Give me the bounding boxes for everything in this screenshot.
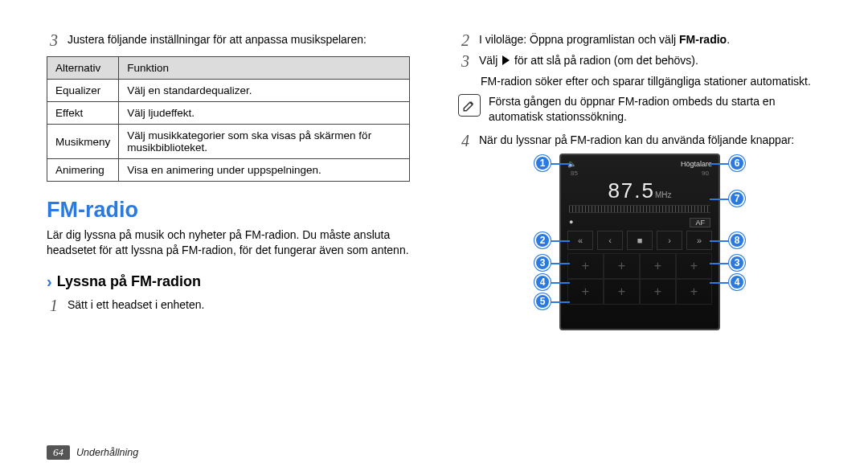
preset-cell: + [567,279,604,305]
right-column: 2 I viloläge: Öppna programlistan och vä… [458,32,821,330]
cell-function: Välj musikkategorier som ska visas på sk… [119,125,410,159]
step-number: 2 [458,32,473,48]
dial-scale [569,205,710,213]
step-3-right: 3 Välj för att slå på radion (om det beh… [458,53,821,69]
page-number: 64 [47,445,70,460]
freq-value: 87.5 [608,178,655,203]
callout-2: 2 [534,232,551,248]
preset-cell: + [640,253,676,279]
step-number: 3 [458,53,473,69]
freq-unit: MHz [655,190,672,199]
leader-line [551,240,570,242]
intro-text: Lär dig lyssna på musik och nyheter på F… [47,227,410,258]
step-2-right: 2 I viloläge: Öppna programlistan och vä… [458,32,821,48]
subheading-listen: › Lyssna på FM-radion [47,272,410,291]
step-text: Välj för att slå på radion (om det behöv… [479,53,821,68]
callout-4-left: 4 [534,274,551,290]
th-function: Funktion [119,57,410,80]
th-option: Alternativ [47,57,119,80]
frequency-display: 87.5MHz [561,178,719,203]
leader-line [551,263,570,264]
table-row: Musikmeny Välj musikkategorier som ska v… [47,125,410,159]
step-number: 4 [458,133,473,149]
step-3-left: 3 Justera följande inställningar för att… [47,32,410,48]
text-post: . [727,33,730,46]
leader-line [710,263,729,264]
af-badge: AF [690,218,710,227]
control-row: « ‹ ■ › » [561,229,719,252]
callout-8: 8 [729,232,745,248]
band-right: 90 [702,170,709,177]
table-row: Equalizer Välj en standardequalizer. [47,80,410,102]
options-table: Alternativ Funktion Equalizer Välj en st… [47,56,410,182]
callout-5: 5 [534,293,551,309]
cell-option: Equalizer [47,80,119,102]
step-text: I viloläge: Öppna programlistan och välj… [479,32,821,47]
cell-option: Effekt [47,102,119,125]
pencil-note-icon [462,98,477,113]
leader-line [551,301,570,303]
cell-option: Musikmeny [47,125,119,159]
footer-section: Underhållning [76,447,138,458]
scan-prev-button: « [567,231,593,250]
callout-7: 7 [729,190,745,207]
stop-button: ■ [627,231,653,250]
radio-device: 🔈 Högtalare 85 90 87.5MHz ● AF « ‹ [559,154,720,330]
step-1-left: 1 Sätt i ett headset i enheten. [47,297,410,313]
leader-line [551,282,570,284]
text-pre: I viloläge: Öppna programlistan och välj [479,33,679,46]
step-4-right: 4 När du lyssnar på FM-radion kan du anv… [458,133,821,149]
step-number: 1 [47,297,61,313]
table-row: Effekt Välj ljudeffekt. [47,102,410,125]
radio-illustration: 🔈 Högtalare 85 90 87.5MHz ● AF « ‹ [531,154,748,330]
preset-cell: + [604,253,640,279]
table-row: Animering Visa en animering under uppspe… [47,159,410,182]
leader-line [551,163,570,165]
text-post: för att slå på radion (om det behövs). [511,54,698,67]
page-footer: 64 Underhållning [47,445,138,460]
note-text: Första gången du öppnar FM-radion ombeds… [489,94,821,125]
note-icon [458,94,481,117]
chevron-icon: › [47,272,52,291]
note-block: Första gången du öppnar FM-radion ombeds… [458,94,821,125]
cell-function: Välj ljudeffekt. [119,102,410,125]
fm-search-text: FM-radion söker efter och sparar tillgän… [481,74,821,89]
subheading-text: Lyssna på FM-radion [57,273,201,290]
callout-6: 6 [729,155,745,171]
cell-option: Animering [47,159,119,182]
preset-cell: + [640,279,676,305]
text-pre: Välj [479,54,501,67]
leader-line [710,240,729,242]
leader-line [710,199,729,200]
leader-line [710,163,729,165]
cell-function: Välj en standardequalizer. [119,80,410,102]
leader-line [710,282,729,284]
text-bold: FM-radio [679,33,727,46]
prev-button: ‹ [597,231,623,250]
preset-grid: + + + + + + + + [567,253,712,305]
output-label: Högtalare [681,160,712,168]
step-text: När du lyssnar på FM-radion kan du använ… [479,133,821,148]
callout-1: 1 [534,155,551,171]
record-icon: ● [569,218,573,227]
scan-next-button: » [686,231,712,250]
step-text: Sätt i ett headset i enheten. [68,297,410,313]
play-icon [502,55,510,65]
cell-function: Visa en animering under uppspelningen. [119,159,410,182]
preset-cell: + [676,253,712,279]
preset-cell: + [567,253,604,279]
section-heading-fm-radio: FM-radio [47,198,410,223]
next-button: › [657,231,682,250]
callout-3-left: 3 [534,255,551,271]
callout-4-right: 4 [729,274,745,290]
band-left: 85 [571,170,578,177]
step-text: Justera följande inställningar för att a… [68,32,410,47]
preset-cell: + [604,279,640,305]
callout-3-right: 3 [729,255,745,271]
left-column: 3 Justera följande inställningar för att… [47,32,410,330]
preset-cell: + [676,279,712,305]
step-number: 3 [47,32,61,48]
